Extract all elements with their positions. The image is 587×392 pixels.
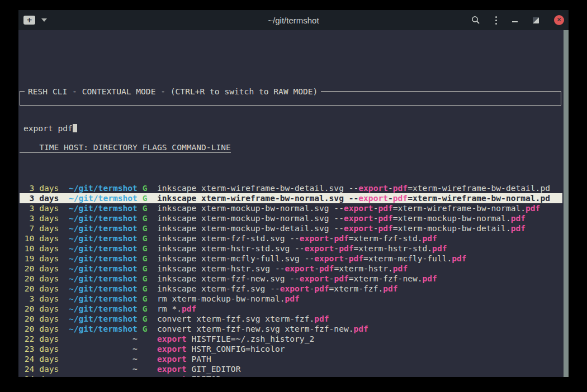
row-time: 24 days xyxy=(20,374,59,377)
menu-kebab-icon[interactable] xyxy=(495,16,497,25)
row-flags: G xyxy=(138,233,157,243)
terminal-text-area: RESH CLI - CONTEXTUAL MODE - (CTRL+R to … xyxy=(20,53,562,377)
history-row[interactable]: 24 days ~ export GIT_EDITOR xyxy=(20,364,562,374)
row-time: 10 days xyxy=(20,233,59,243)
row-time: 20 days xyxy=(20,314,59,323)
row-directory: ~/git/termshot xyxy=(69,213,138,223)
row-directory: ~ xyxy=(132,354,138,364)
history-row-selected[interactable]: 3 days ~/git/termshot G inkscape xterm-w… xyxy=(20,193,562,203)
row-directory: ~/git/termshot xyxy=(69,314,138,323)
row-directory: ~/git/termshot xyxy=(69,264,138,273)
row-time: 20 days xyxy=(20,324,59,333)
history-row[interactable]: 24 days ~ export PATH xyxy=(20,354,562,364)
history-row[interactable]: 3 days ~/git/termshot G inkscape xterm-w… xyxy=(20,183,562,193)
row-flags: G xyxy=(138,213,157,223)
history-list: 3 days ~/git/termshot G inkscape xterm-w… xyxy=(20,183,562,377)
row-time: 24 days xyxy=(20,364,59,374)
row-flags: G xyxy=(138,193,157,203)
row-flags xyxy=(138,354,157,364)
new-tab-button[interactable]: + xyxy=(23,16,35,25)
row-directory: ~/git/termshot xyxy=(69,233,138,243)
row-directory: ~/git/termshot xyxy=(69,243,138,253)
history-row[interactable]: 22 days ~ export HISTFILE=~/.zsh_history… xyxy=(20,334,562,344)
row-directory: ~/git/termshot xyxy=(69,203,138,213)
row-flags xyxy=(138,374,157,377)
row-time: 3 days xyxy=(20,203,59,213)
titlebar: + ~/git/termshot ✕ xyxy=(18,10,569,30)
row-flags: G xyxy=(138,284,157,293)
row-flags: G xyxy=(138,243,157,253)
search-box-title: RESH CLI - CONTEXTUAL MODE - (CTRL+R to … xyxy=(25,87,321,97)
row-time: 19 days xyxy=(20,254,59,263)
terminal-content: RESH CLI - CONTEXTUAL MODE - (CTRL+R to … xyxy=(18,30,569,377)
row-directory: ~ xyxy=(132,374,138,377)
screen: + ~/git/termshot ✕ xyxy=(0,0,587,392)
history-row[interactable]: 24 days ~ export EDITOR xyxy=(20,374,562,377)
row-flags: G xyxy=(138,264,157,273)
row-time: 20 days xyxy=(20,274,59,283)
row-directory: ~/git/termshot xyxy=(69,324,138,333)
history-row[interactable]: 20 days ~/git/termshot G inkscape xterm-… xyxy=(20,284,562,294)
row-flags xyxy=(138,364,157,374)
close-icon[interactable]: ✕ xyxy=(554,15,564,25)
scrollbar[interactable] xyxy=(564,30,569,377)
row-time: 20 days xyxy=(20,264,59,273)
history-row[interactable]: 19 days ~/git/termshot G inkscape xterm-… xyxy=(20,254,562,264)
history-row[interactable]: 20 days ~/git/termshot G rm *.pdf xyxy=(20,304,562,314)
row-flags xyxy=(138,344,157,353)
row-flags: G xyxy=(138,324,157,333)
row-directory: ~/git/termshot xyxy=(69,274,138,283)
row-time: 20 days xyxy=(20,284,59,293)
row-time: 23 days xyxy=(20,344,59,353)
row-flags: G xyxy=(138,294,157,303)
history-row[interactable]: 20 days ~/git/termshot G convert xterm-f… xyxy=(20,314,562,324)
row-directory: ~/git/termshot xyxy=(69,284,138,293)
row-time: 3 days xyxy=(20,183,59,193)
row-directory: ~/git/termshot xyxy=(69,304,138,313)
history-row[interactable]: 23 days ~ export HSTR_CONFIG=hicolor xyxy=(20,344,562,354)
row-flags: G xyxy=(138,203,157,213)
search-icon[interactable] xyxy=(471,16,480,25)
history-row[interactable]: 3 days ~/git/termshot G rm xterm-mockup-… xyxy=(20,294,562,304)
row-flags: G xyxy=(138,274,157,283)
history-row[interactable]: 10 days ~/git/termshot G inkscape xterm-… xyxy=(20,243,562,254)
row-directory: ~/git/termshot xyxy=(69,193,138,203)
row-time: 3 days xyxy=(20,294,59,303)
row-time: 10 days xyxy=(20,243,59,253)
row-time: 3 days xyxy=(20,193,59,203)
minimize-icon[interactable] xyxy=(512,21,518,22)
history-row[interactable]: 20 days ~/git/termshot G convert xterm-f… xyxy=(20,324,562,334)
row-flags: G xyxy=(138,254,157,263)
search-input[interactable]: export pdf xyxy=(23,123,557,133)
row-directory: ~/git/termshot xyxy=(69,254,138,263)
text-cursor xyxy=(73,124,77,132)
row-directory: ~/git/termshot xyxy=(69,294,138,303)
row-flags xyxy=(138,334,157,343)
titlebar-left: + xyxy=(18,16,47,25)
row-directory: ~ xyxy=(132,334,138,343)
row-flags: G xyxy=(138,223,157,233)
history-row[interactable]: 20 days ~/git/termshot G inkscape xterm-… xyxy=(20,264,562,274)
search-box: RESH CLI - CONTEXTUAL MODE - (CTRL+R to … xyxy=(20,91,561,106)
history-row[interactable]: 7 days ~/git/termshot G inkscape xterm-m… xyxy=(20,223,562,233)
restore-icon[interactable] xyxy=(533,17,539,23)
tab-dropdown-caret-icon[interactable] xyxy=(41,18,47,22)
row-flags: G xyxy=(138,183,157,193)
history-row[interactable]: 3 days ~/git/termshot G inkscape xterm-m… xyxy=(20,203,562,213)
row-flags: G xyxy=(138,304,157,313)
row-directory: ~ xyxy=(132,344,138,353)
search-query: export pdf xyxy=(23,123,73,133)
row-time: 22 days xyxy=(20,334,59,343)
row-directory: ~/git/termshot xyxy=(69,223,138,233)
titlebar-right: ✕ xyxy=(471,15,569,25)
row-time: 20 days xyxy=(20,304,59,313)
terminal-window: + ~/git/termshot ✕ xyxy=(18,10,569,377)
history-row[interactable]: 3 days ~/git/termshot G inkscape xterm-m… xyxy=(20,213,562,223)
row-directory: ~ xyxy=(132,364,138,374)
row-time: 7 days xyxy=(20,223,59,233)
row-flags: G xyxy=(138,314,157,323)
history-row[interactable]: 10 days ~/git/termshot G inkscape xterm-… xyxy=(20,233,562,243)
row-time: 24 days xyxy=(20,354,59,364)
new-tab-icon: + xyxy=(26,16,32,24)
history-row[interactable]: 20 days ~/git/termshot G inkscape xterm-… xyxy=(20,274,562,284)
